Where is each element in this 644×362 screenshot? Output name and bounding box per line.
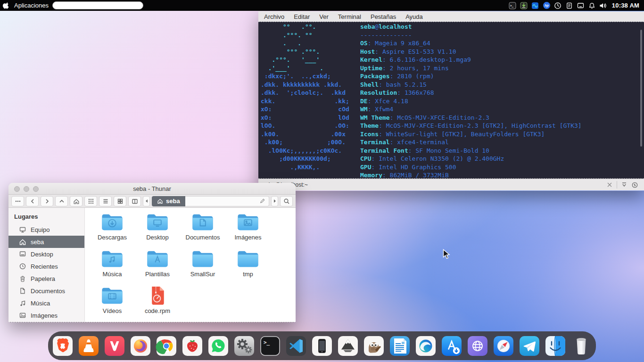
sidebar-item-recientes[interactable]: Recientes xyxy=(8,260,84,272)
apple-menu-icon[interactable] xyxy=(3,2,10,9)
up-button[interactable] xyxy=(55,196,68,206)
tab-collapse-icon[interactable] xyxy=(619,181,629,189)
menu-item-ayuda[interactable]: Ayuda xyxy=(401,13,428,20)
sidebar-item-documentos[interactable]: Documentos xyxy=(8,285,84,297)
file-item-descargas[interactable]: Descargas xyxy=(90,212,135,248)
dock-item-settings-icon[interactable] xyxy=(233,335,255,357)
dock-item-writer-icon[interactable] xyxy=(389,335,411,357)
dock-item-inkscape-icon[interactable] xyxy=(337,335,359,357)
folder-icon xyxy=(190,212,215,233)
terminal-tray-icon[interactable]: >_ xyxy=(509,1,517,9)
dock-item-package-manager-icon[interactable] xyxy=(467,335,488,357)
menu-item-editar[interactable]: Editar xyxy=(289,13,314,20)
sidebar-item-seba[interactable]: seba xyxy=(8,236,84,248)
thunar-titlebar[interactable]: seba - Thunar xyxy=(8,183,296,195)
terminal-scrollbar[interactable] xyxy=(640,30,642,147)
file-item-desktop[interactable]: Desktop xyxy=(135,212,180,248)
path-scroll-left-button[interactable] xyxy=(143,196,150,206)
trash-icon xyxy=(19,275,26,282)
file-item-smallsur[interactable]: SmallSur xyxy=(180,248,225,285)
path-segment-home[interactable]: seba xyxy=(152,196,185,206)
dock-item-finder-icon[interactable] xyxy=(545,335,566,357)
sidebar-item-papelera[interactable]: Papelera xyxy=(8,272,84,285)
software-update-tray-icon[interactable] xyxy=(520,1,528,9)
notes-tray-icon[interactable] xyxy=(565,1,573,9)
folder-icon xyxy=(145,212,170,233)
sidebar-header: Lugares xyxy=(8,211,84,223)
dock-item-trash-icon[interactable] xyxy=(570,335,592,357)
desktop-icon xyxy=(19,250,26,258)
file-item-vídeos[interactable]: Vídeos xyxy=(90,285,135,322)
file-item-plantillas[interactable]: Plantillas xyxy=(135,248,180,285)
path-scroll-right-button[interactable] xyxy=(271,196,278,206)
hp-device-tray-icon[interactable]: hp xyxy=(543,1,551,9)
path-edit-area[interactable] xyxy=(185,196,269,206)
menu-item-terminal[interactable]: Terminal xyxy=(333,13,366,20)
display-tray-icon[interactable] xyxy=(577,1,585,9)
dock-item-telegram-icon[interactable] xyxy=(519,335,540,357)
tab-close-icon[interactable] xyxy=(604,181,615,189)
dock-item-terminal-icon[interactable]: >_ xyxy=(259,335,281,357)
compact-view-button[interactable] xyxy=(114,196,126,206)
close-window-button[interactable] xyxy=(14,186,20,192)
dock-item-gimp-icon[interactable] xyxy=(363,335,385,357)
overflow-menu-button[interactable] xyxy=(11,196,24,206)
clock-tray-icon[interactable] xyxy=(554,1,562,9)
dock-item-vivaldi-icon[interactable] xyxy=(104,335,125,357)
sidebar-item-música[interactable]: Música xyxy=(8,297,84,309)
file-item-música[interactable]: Música xyxy=(90,248,135,285)
folder-icon xyxy=(100,248,124,270)
sidebar-item-desktop[interactable]: Desktop xyxy=(8,248,84,260)
forward-button[interactable] xyxy=(41,196,53,206)
folder-icon xyxy=(236,212,260,233)
folder-icon xyxy=(100,212,124,233)
minimize-window-button[interactable] xyxy=(24,186,29,192)
dock-item-brave-icon[interactable] xyxy=(52,335,74,357)
dock-item-vscode-icon[interactable] xyxy=(285,335,307,357)
wave-app-tray-icon[interactable] xyxy=(531,1,539,9)
file-item-code.rpm[interactable]: code.rpm xyxy=(135,285,180,322)
sidebar-item-imágenes[interactable]: Imágenes xyxy=(8,309,84,321)
back-button[interactable] xyxy=(26,196,39,206)
home-button[interactable] xyxy=(70,196,83,206)
menu-item-pestañas[interactable]: Pestañas xyxy=(366,13,401,20)
folder-icon xyxy=(145,248,170,270)
neofetch-info: seba@localhost -------------- OS: Mageia… xyxy=(360,23,582,179)
dock-item-edge-icon[interactable] xyxy=(415,335,437,357)
dock-item-safari-icon[interactable] xyxy=(493,335,514,357)
search-button[interactable] xyxy=(280,196,293,206)
dock-item-strawberry-icon[interactable] xyxy=(182,335,203,357)
terminal-tab[interactable]: seba@localhost:~ xyxy=(263,181,604,188)
computer-icon xyxy=(19,226,26,233)
list-view-button[interactable] xyxy=(99,196,112,206)
rpm-package-icon xyxy=(145,285,170,306)
topbar-search-input[interactable] xyxy=(52,1,143,9)
file-item-imágenes[interactable]: Imágenes xyxy=(225,212,271,248)
terminal-tabbar: seba@localhost:~ xyxy=(258,179,644,190)
menu-item-ver[interactable]: Ver xyxy=(314,13,333,20)
menu-item-archivo[interactable]: Archivo xyxy=(259,13,289,20)
applications-menu[interactable]: Aplicaciones xyxy=(14,2,49,9)
grid-view-button[interactable] xyxy=(84,196,97,206)
split-view-button[interactable] xyxy=(128,196,141,206)
system-tray: >_hp xyxy=(509,1,607,9)
neofetch-ascii-art: °° .°°. .°°°. °° . . °°° .°°°. .°°°. '__… xyxy=(261,23,349,171)
terminal-content[interactable]: °° .°°. .°°°. °° . . °°° .°°°. .°°°. '__… xyxy=(258,22,644,179)
volume-speaker-icon[interactable] xyxy=(599,1,607,9)
dock-item-appstore-icon[interactable] xyxy=(441,335,462,357)
maximize-window-button[interactable] xyxy=(33,186,39,192)
folder-icon xyxy=(190,248,215,270)
svg-text:>_: >_ xyxy=(264,339,270,346)
tab-menu-icon[interactable] xyxy=(629,181,640,189)
dock-item-firefox-icon[interactable] xyxy=(130,335,151,357)
file-item-documentos[interactable]: Documentos xyxy=(180,212,225,248)
dock-item-whatsapp-icon[interactable] xyxy=(207,335,229,357)
terminal-window: ArchivoEditarVerTerminalPestañasAyuda °°… xyxy=(258,11,644,191)
dock-item-vlc-icon[interactable] xyxy=(78,335,99,357)
sidebar-item-equipo[interactable]: Equipo xyxy=(8,223,84,236)
notifications-bell-icon[interactable] xyxy=(588,1,596,9)
dock-item-phone-icon[interactable] xyxy=(311,335,333,357)
clock[interactable]: 10:38 AM xyxy=(612,2,639,9)
file-item-tmp[interactable]: tmp xyxy=(225,248,271,285)
dock-item-chrome-icon[interactable] xyxy=(156,335,177,357)
